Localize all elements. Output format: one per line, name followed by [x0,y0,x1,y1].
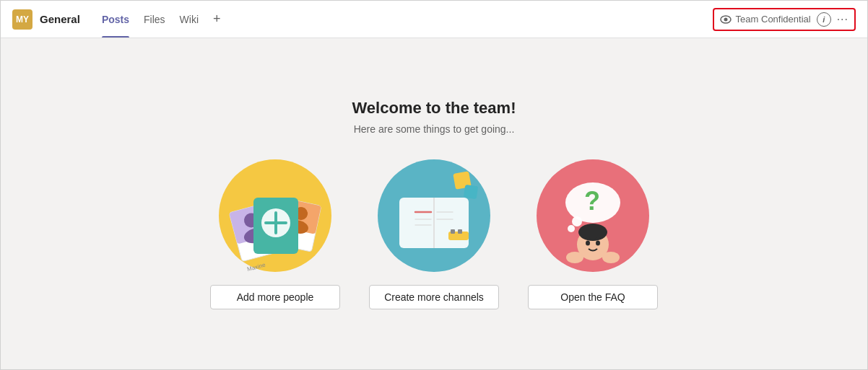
create-channels-button[interactable]: Create more channels [369,285,499,309]
more-options-button[interactable]: ··· [837,13,849,26]
svg-rect-28 [458,229,462,234]
tab-files[interactable]: Files [136,1,173,38]
welcome-title: Welcome to the team! [352,99,516,118]
svg-point-36 [586,240,590,245]
tab-wiki[interactable]: Wiki [173,1,206,38]
svg-point-37 [596,240,600,245]
eye-icon [720,14,732,25]
team-confidential-badge: Team Confidential [720,14,811,25]
app-container: MY General Posts Files Wiki + [0,0,868,370]
info-button[interactable]: i [817,12,831,27]
card-create-channels: Create more channels [369,158,499,309]
svg-point-39 [602,252,620,263]
tab-posts[interactable]: Posts [95,1,136,38]
header: MY General Posts Files Wiki + [1,1,867,38]
main-content: Welcome to the team! Here are some thing… [1,38,867,369]
add-tab-button[interactable]: + [206,1,228,38]
svg-point-32 [568,225,575,232]
open-faq-button[interactable]: Open the FAQ [528,285,658,309]
svg-rect-25 [464,184,478,198]
svg-point-38 [566,252,583,263]
svg-point-1 [724,17,727,21]
cards-row: Maxine Add more peo [210,158,658,309]
create-channels-illustration [376,158,492,273]
team-avatar: MY [12,9,32,30]
card-faq: ? Open [528,158,658,309]
svg-rect-27 [451,229,455,234]
welcome-subtitle: Here are some things to get going... [354,123,515,135]
badge-text: Team Confidential [736,14,811,25]
faq-illustration: ? [535,158,651,273]
team-confidential-badge-container: Team Confidential i ··· [713,8,856,31]
team-name: General [40,13,80,25]
add-people-illustration: Maxine [217,158,333,273]
add-people-button[interactable]: Add more people [210,285,340,309]
svg-point-31 [572,216,582,226]
nav-tabs: Posts Files Wiki + [95,1,228,38]
svg-text:?: ? [584,186,600,216]
card-add-people: Maxine Add more peo [210,158,340,309]
svg-point-35 [578,224,607,241]
